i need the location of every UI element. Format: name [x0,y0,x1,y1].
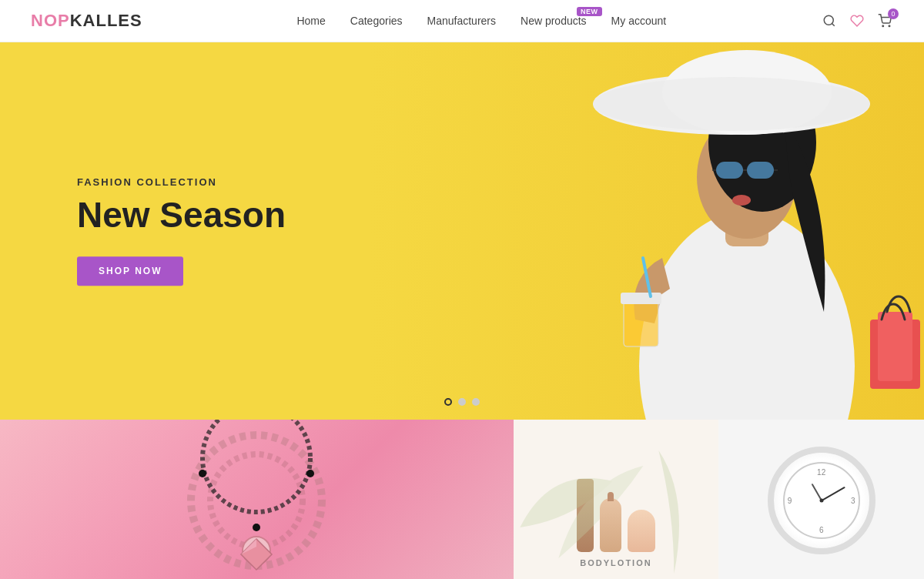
search-button[interactable] [821,12,838,29]
header-icons: 0 [821,12,893,29]
nav-categories[interactable]: Categories [350,15,403,27]
svg-point-3 [889,25,890,27]
svg-rect-12 [747,162,774,179]
site-logo[interactable]: NOPKALLES [31,11,142,31]
svg-point-10 [593,77,870,131]
site-header: NOPKALLES Home Categories Manufacturers … [0,0,924,42]
svg-point-27 [199,470,206,477]
hero-content: FASHION COLLECTION New Season SHOP NOW [77,176,286,286]
search-icon [822,14,836,28]
watch-inner: 12 3 6 9 [783,462,860,539]
hero-banner: FASHION COLLECTION New Season SHOP NOW [0,42,924,420]
cart-button[interactable]: 0 [876,12,893,29]
nav-new-products[interactable]: New products New [521,15,587,27]
hero-cta-button[interactable]: SHOP NOW [77,256,183,286]
jewelry-card[interactable] [0,420,514,579]
watch-center [819,499,823,503]
watch-face: 12 3 6 9 [768,447,875,554]
nav-my-account[interactable]: My account [611,15,667,27]
bottle-2 [600,498,621,552]
hero-title: New Season [77,196,286,235]
wishlist-button[interactable] [849,12,865,29]
cart-badge: 0 [888,8,899,19]
svg-point-16 [732,195,751,206]
svg-point-29 [253,524,260,531]
jewelry-decoration [0,420,514,579]
hero-subtitle: FASHION COLLECTION [77,176,286,188]
logo-text: KALLES [70,11,142,30]
svg-rect-11 [716,162,743,179]
lotion-card[interactable]: BODYLOTION [514,420,719,579]
watch-num-12: 12 [817,468,825,477]
watch-num-3: 3 [851,497,855,505]
watch-num-9: 9 [788,497,792,505]
logo-highlight: NOP [31,11,70,30]
new-products-badge: New [577,7,602,16]
svg-point-0 [824,15,833,25]
svg-line-1 [832,23,834,25]
carousel-dot-1[interactable] [444,398,452,406]
svg-point-28 [306,470,314,477]
hero-image [370,42,924,420]
nav-manufacturers[interactable]: Manufacturers [427,15,496,27]
bottom-cards-grid: BODYLOTION 12 3 6 9 [0,420,924,579]
heart-icon [850,14,864,28]
watch-num-6: 6 [819,526,824,534]
carousel-dot-2[interactable] [458,398,466,406]
nav-home[interactable]: Home [296,15,325,27]
watch-card[interactable]: 12 3 6 9 [718,420,924,579]
carousel-dots [444,398,480,406]
svg-rect-21 [878,312,912,381]
main-nav: Home Categories Manufacturers New produc… [296,15,666,27]
watch-minute-hand [821,487,845,501]
svg-rect-18 [621,293,661,304]
svg-point-2 [882,25,884,27]
carousel-dot-3[interactable] [472,398,480,406]
